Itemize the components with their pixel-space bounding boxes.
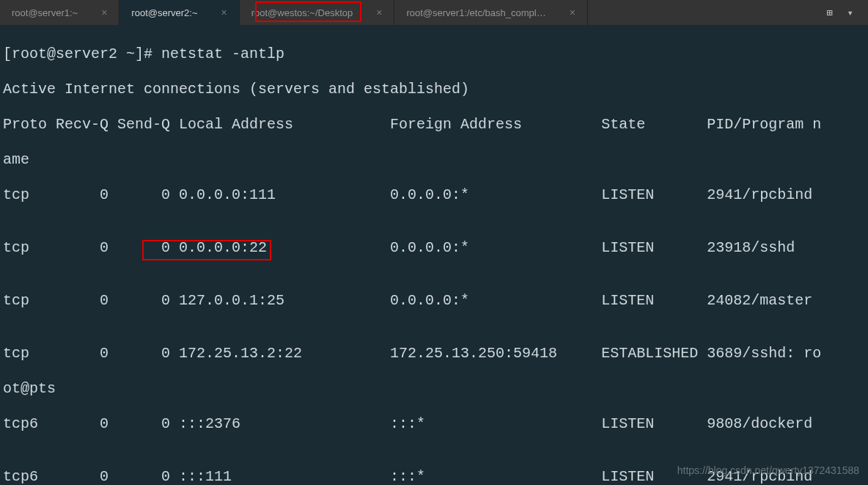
netstat-row: tcp 0 0 127.0.0.1:25 0.0.0.0:* LISTEN 24… [3,292,868,310]
columns-header-1: Proto Recv-Q Send-Q Local Address Foreig… [3,116,868,134]
grid-icon[interactable]: ⊞ [826,7,832,19]
header-line: Active Internet connections (servers and… [3,81,868,98]
tab-label: root@server1:/etc/bash_compl… [406,7,545,18]
prompt-line: [root@server2 ~]# netstat -antlp [3,45,868,63]
close-icon[interactable]: × [101,7,107,18]
netstat-row: tcp 0 0 172.25.13.2:22 172.25.13.250:594… [3,345,868,362]
window-controls: ⊞ ▾ [826,0,868,25]
netstat-row: tcp 0 0 0.0.0.0:111 0.0.0.0:* LISTEN 294… [3,186,868,204]
tab-server2[interactable]: root@server2:~ × [119,0,239,25]
netstat-row: tcp6 0 0 :::2376 :::* LISTEN 9808/docker… [3,415,868,433]
close-icon[interactable]: × [221,7,227,18]
netstat-row: ot@pts [3,380,868,398]
tab-server1[interactable]: root@server1:~ × [0,0,119,25]
terminal-output[interactable]: [root@server2 ~]# netstat -antlp Active … [0,25,868,485]
close-icon[interactable]: × [570,7,575,18]
tab-label: root@server2:~ [131,7,197,18]
tab-label: root@westos:~/Desktop [251,7,353,18]
watermark: https://blog.csdn.net/qwerty1372431588 [677,464,859,476]
tab-bash-compl[interactable]: root@server1:/etc/bash_compl… × [394,0,587,25]
close-icon[interactable]: × [376,7,382,18]
tab-bar: root@server1:~ × root@server2:~ × root@w… [0,0,868,25]
netstat-row: tcp 0 0 0.0.0.0:22 0.0.0.0:* LISTEN 2391… [3,239,868,257]
chevron-down-icon[interactable]: ▾ [847,7,853,19]
tab-westos[interactable]: root@westos:~/Desktop × [240,0,395,25]
columns-header-2: ame [3,151,868,169]
tab-label: root@server1:~ [12,7,78,18]
